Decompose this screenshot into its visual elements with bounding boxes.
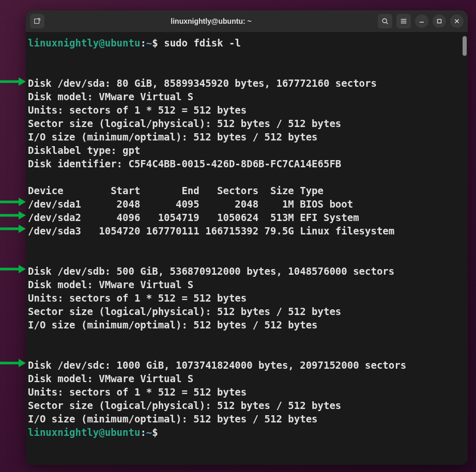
- prompt-path: ~: [146, 37, 152, 49]
- annotation-arrow-icon: [0, 210, 26, 221]
- disk-info: Units: sectors of 1 * 512 = 512 bytes: [28, 385, 463, 399]
- svg-marker-15: [19, 211, 26, 219]
- partition-row: /dev/sda2 4096 1054719 1050624 513M EFI …: [28, 211, 463, 224]
- search-icon: [381, 18, 389, 25]
- svg-rect-0: [35, 19, 39, 24]
- annotation-arrow-icon: [0, 224, 26, 234]
- disk-info: Disk model: VMware Virtual S: [28, 278, 463, 291]
- terminal-window: linuxnightly@ubuntu: ~ linuxnightly@ubun…: [26, 10, 468, 465]
- prompt-line: linuxnightly@ubuntu:~$: [28, 426, 463, 439]
- disk-info: Sector size (logical/physical): 512 byte…: [28, 305, 463, 318]
- terminal-output[interactable]: linuxnightly@ubuntu:~$ sudo fdisk -l Dis…: [26, 32, 468, 465]
- svg-marker-21: [19, 359, 26, 367]
- minimize-button[interactable]: [415, 14, 428, 28]
- disk-info: I/O size (minimum/optimal): 512 bytes / …: [28, 412, 463, 426]
- disk-info: Units: sectors of 1 * 512 = 512 bytes: [28, 103, 463, 117]
- partition-row: /dev/sda3 1054720 167770111 166715392 79…: [28, 224, 463, 238]
- disk-header: Disk /dev/sda: 80 GiB, 85899345920 bytes…: [28, 76, 463, 90]
- prompt-symbol: $: [152, 37, 158, 49]
- disk-info: Disk identifier: C5F4C4BB-0015-426D-8D6B…: [28, 157, 463, 170]
- annotation-arrow-icon: [0, 197, 26, 207]
- partition-row: /dev/sda1 2048 4095 2048 1M BIOS boot: [28, 197, 463, 211]
- annotation-arrow-icon: [0, 358, 26, 368]
- disk-info: I/O size (minimum/optimal): 512 bytes / …: [28, 130, 463, 144]
- disk-info: Units: sectors of 1 * 512 = 512 bytes: [28, 291, 463, 305]
- prompt-user: linuxnightly: [28, 37, 99, 49]
- hamburger-icon: [400, 18, 407, 25]
- search-button[interactable]: [378, 14, 392, 28]
- annotation-arrow-icon: [0, 76, 26, 87]
- titlebar: linuxnightly@ubuntu: ~: [26, 10, 468, 32]
- annotation-arrow-icon: [0, 264, 26, 274]
- svg-rect-7: [438, 20, 441, 23]
- close-icon: [454, 18, 460, 24]
- maximize-button[interactable]: [433, 14, 446, 28]
- svg-point-1: [382, 19, 387, 23]
- window-title: linuxnightly@ubuntu: ~: [48, 17, 375, 25]
- new-tab-button[interactable]: [30, 14, 44, 28]
- disk-info: Disk model: VMware Virtual S: [28, 372, 463, 385]
- command-text: sudo fdisk -l: [164, 37, 241, 49]
- disk-info: Sector size (logical/physical): 512 byte…: [28, 117, 463, 130]
- maximize-icon: [436, 18, 442, 24]
- scrollbar[interactable]: [463, 36, 467, 56]
- disk-header: Disk /dev/sdb: 500 GiB, 536870912000 byt…: [28, 264, 463, 278]
- disk-info: I/O size (minimum/optimal): 512 bytes / …: [28, 318, 463, 332]
- svg-line-2: [386, 22, 388, 24]
- disk-info: Disklabel type: gpt: [28, 144, 463, 157]
- prompt-host: ubuntu: [105, 37, 141, 49]
- svg-marker-19: [19, 265, 26, 273]
- close-button[interactable]: [450, 14, 464, 28]
- prompt-line: linuxnightly@ubuntu:~$ sudo fdisk -l: [28, 36, 463, 50]
- disk-info: Disk model: VMware Virtual S: [28, 90, 463, 103]
- svg-marker-17: [19, 225, 26, 233]
- svg-marker-13: [19, 198, 26, 206]
- minimize-icon: [419, 18, 425, 24]
- disk-info: Sector size (logical/physical): 512 byte…: [28, 399, 463, 412]
- partition-table-header: Device Start End Sectors Size Type: [28, 184, 463, 197]
- svg-marker-11: [19, 77, 26, 86]
- menu-button[interactable]: [396, 14, 411, 28]
- disk-header: Disk /dev/sdc: 1000 GiB, 1073741824000 b…: [28, 358, 463, 372]
